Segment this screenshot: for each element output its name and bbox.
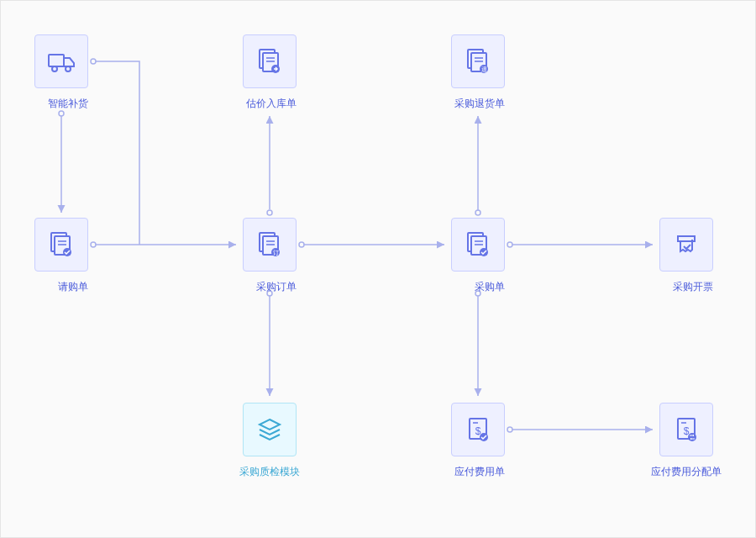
node-label: 采购退货单 [454,97,505,111]
node-purchase-request[interactable]: 请购单 [34,218,88,294]
svg-text:订: 订 [273,250,279,256]
svg-point-21 [66,66,71,71]
document-arrow-icon [243,34,297,88]
document-check-icon [34,218,88,272]
node-label: 估价入库单 [246,97,297,111]
node-payable-expense[interactable]: $ 应付费用单 [451,403,505,479]
svg-rect-19 [49,55,64,66]
svg-point-13 [507,242,512,247]
node-purchase-return[interactable]: 退 采购退货单 [451,34,505,111]
node-smart-replenish[interactable]: 智能补货 [34,34,88,111]
node-valuation-inbound[interactable]: 估价入库单 [243,34,297,111]
node-purchase-invoice[interactable]: 采购开票 [659,218,713,294]
node-label: 应付费用分配单 [651,465,722,479]
node-qc-module[interactable]: 采购质检模块 [243,403,297,479]
truck-icon [34,34,88,88]
node-label: 采购质检模块 [239,465,300,479]
flow-connectors [1,1,756,538]
svg-point-2 [91,242,96,247]
node-purchase-order[interactable]: 订 采购订单 [243,218,297,294]
receipt-icon [659,218,713,272]
node-label: 应付费用单 [454,465,505,479]
svg-text:退: 退 [481,66,487,72]
svg-point-6 [267,210,272,215]
node-label: 采购订单 [256,280,297,294]
document-order-icon: 订 [243,218,297,272]
svg-point-4 [91,59,96,64]
node-label: 请购单 [58,280,88,294]
layers-icon [243,403,297,456]
document-dollar-check-icon: $ [451,403,505,456]
svg-point-17 [507,427,512,432]
node-purchase-receipt[interactable]: 采购单 [451,218,505,294]
node-label: 采购单 [475,280,505,294]
svg-point-0 [59,111,64,116]
svg-point-20 [52,66,57,71]
svg-point-56 [688,433,696,441]
svg-point-11 [475,210,480,215]
document-return-icon: 退 [451,34,505,88]
document-dollar-swap-icon: $ [659,403,713,456]
document-check-icon [451,218,505,272]
node-label: 智能补货 [48,97,88,111]
node-label: 采购开票 [673,280,713,294]
svg-point-9 [299,242,304,247]
node-payable-expense-alloc[interactable]: $ 应付费用分配单 [659,403,713,479]
